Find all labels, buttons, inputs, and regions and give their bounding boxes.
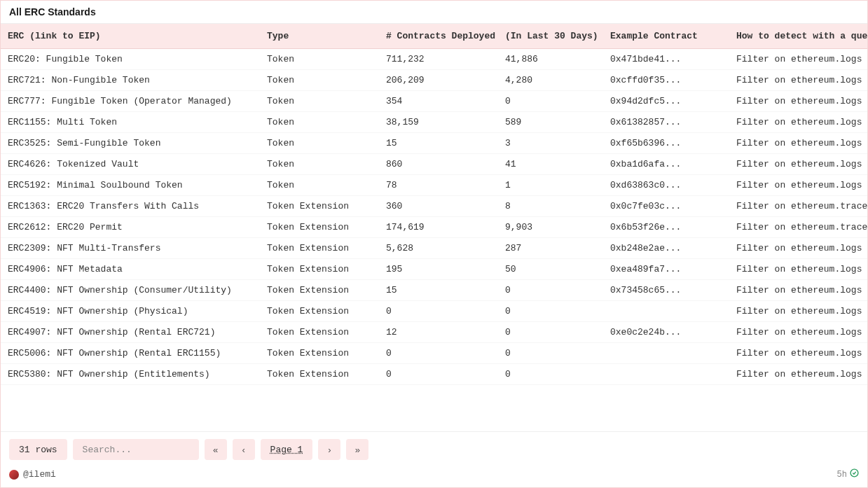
cell-deployed: 195 xyxy=(379,259,498,280)
cell-type: Token Extension xyxy=(260,280,379,301)
cell-last30: 9,903 xyxy=(498,217,603,238)
table-row[interactable]: ERC721: Non-Fungible TokenToken206,2094,… xyxy=(1,70,867,91)
cell-erc[interactable]: ERC5192: Minimal Soulbound Token xyxy=(1,175,260,196)
cell-erc[interactable]: ERC4519: NFT Ownership (Physical) xyxy=(1,301,260,322)
table-row[interactable]: ERC1363: ERC20 Transfers With CallsToken… xyxy=(1,196,867,217)
first-page-button[interactable]: « xyxy=(205,439,227,460)
cell-detect: Filter on ethereum.logs t xyxy=(729,280,867,301)
cell-erc[interactable]: ERC1363: ERC20 Transfers With Calls xyxy=(1,196,260,217)
cell-deployed: 5,628 xyxy=(379,238,498,259)
cell-example[interactable]: 0xba1d6afa... xyxy=(603,154,729,175)
cell-type: Token xyxy=(260,70,379,91)
cell-detect: Filter on ethereum.logs t xyxy=(729,91,867,112)
cell-last30: 0 xyxy=(498,301,603,322)
cell-type: Token Extension xyxy=(260,238,379,259)
col-header-example[interactable]: Example Contract xyxy=(603,24,729,49)
table-row[interactable]: ERC5006: NFT Ownership (Rental ERC1155)T… xyxy=(1,343,867,364)
cell-detect: Filter on ethereum.logs t xyxy=(729,301,867,322)
cell-erc[interactable]: ERC777: Fungible Token (Operator Managed… xyxy=(1,91,260,112)
cell-type: Token Extension xyxy=(260,259,379,280)
cell-erc[interactable]: ERC5380: NFT Ownership (Entitlements) xyxy=(1,364,260,385)
cell-detect: Filter on ethereum.logs t xyxy=(729,322,867,343)
cell-example[interactable]: 0xe0c2e24b... xyxy=(603,322,729,343)
chevron-left-icon: ‹ xyxy=(242,445,244,455)
table-row[interactable]: ERC4519: NFT Ownership (Physical)Token E… xyxy=(1,301,867,322)
author-attribution[interactable]: @ilemi xyxy=(9,469,56,480)
avatar xyxy=(9,470,19,480)
cell-erc[interactable]: ERC2309: NFT Multi-Transfers xyxy=(1,238,260,259)
table-row[interactable]: ERC1155: Multi TokenToken38,1595890x6138… xyxy=(1,112,867,133)
cell-type: Token xyxy=(260,133,379,154)
cell-example[interactable]: 0x73458c65... xyxy=(603,280,729,301)
col-header-last30[interactable]: (In Last 30 Days) xyxy=(498,24,603,49)
search-container xyxy=(73,439,199,460)
cell-example[interactable]: 0xea489fa7... xyxy=(603,259,729,280)
cell-last30: 0 xyxy=(498,364,603,385)
cell-detect: Filter on ethereum.logs t xyxy=(729,133,867,154)
check-circle-icon xyxy=(850,468,859,480)
cell-detect: Filter on ethereum.logs t xyxy=(729,49,867,70)
table-row[interactable]: ERC4906: NFT MetadataToken Extension1955… xyxy=(1,259,867,280)
cell-example[interactable]: 0x94d2dfc5... xyxy=(603,91,729,112)
table-row[interactable]: ERC2612: ERC20 PermitToken Extension174,… xyxy=(1,217,867,238)
table-row[interactable]: ERC777: Fungible Token (Operator Managed… xyxy=(1,91,867,112)
cell-example[interactable]: 0x471bde41... xyxy=(603,49,729,70)
table-row[interactable]: ERC4400: NFT Ownership (Consumer/Utility… xyxy=(1,280,867,301)
table-row[interactable]: ERC4907: NFT Ownership (Rental ERC721)To… xyxy=(1,322,867,343)
cell-example[interactable]: 0x0c7fe03c... xyxy=(603,196,729,217)
cell-example[interactable]: 0xcffd0f35... xyxy=(603,70,729,91)
cell-erc[interactable]: ERC2612: ERC20 Permit xyxy=(1,217,260,238)
cell-detect: Filter on ethereum.logs t xyxy=(729,112,867,133)
col-header-erc[interactable]: ERC (link to EIP) xyxy=(1,24,260,49)
cell-erc[interactable]: ERC4626: Tokenized Vault xyxy=(1,154,260,175)
table-row[interactable]: ERC5380: NFT Ownership (Entitlements)Tok… xyxy=(1,364,867,385)
cell-detect: Filter on ethereum.traces xyxy=(729,217,867,238)
table-row[interactable]: ERC3525: Semi-Fungible TokenToken1530xf6… xyxy=(1,133,867,154)
last-page-button[interactable]: » xyxy=(346,439,368,460)
cell-last30: 8 xyxy=(498,196,603,217)
cell-erc[interactable]: ERC721: Non-Fungible Token xyxy=(1,70,260,91)
cell-erc[interactable]: ERC4907: NFT Ownership (Rental ERC721) xyxy=(1,322,260,343)
cell-last30: 287 xyxy=(498,238,603,259)
col-header-detect[interactable]: How to detect with a query xyxy=(729,24,867,49)
col-header-deployed[interactable]: # Contracts Deployed xyxy=(379,24,498,49)
cell-example[interactable]: 0x61382857... xyxy=(603,112,729,133)
cell-erc[interactable]: ERC4400: NFT Ownership (Consumer/Utility… xyxy=(1,280,260,301)
table-scroll-region[interactable]: ERC (link to EIP) Type # Contracts Deplo… xyxy=(1,23,867,431)
cell-last30: 1 xyxy=(498,175,603,196)
cell-erc[interactable]: ERC20: Fungible Token xyxy=(1,49,260,70)
cell-example[interactable]: 0x6b53f26e... xyxy=(603,217,729,238)
cell-type: Token xyxy=(260,49,379,70)
attribution-row: @ilemi 5h xyxy=(9,467,859,480)
cell-type: Token xyxy=(260,91,379,112)
cell-detect: Filter on ethereum.traces xyxy=(729,196,867,217)
cell-erc[interactable]: ERC4906: NFT Metadata xyxy=(1,259,260,280)
table-row[interactable]: ERC2309: NFT Multi-TransfersToken Extens… xyxy=(1,238,867,259)
cell-type: Token Extension xyxy=(260,217,379,238)
table-row[interactable]: ERC4626: Tokenized VaultToken860410xba1d… xyxy=(1,154,867,175)
cell-erc[interactable]: ERC3525: Semi-Fungible Token xyxy=(1,133,260,154)
cell-last30: 50 xyxy=(498,259,603,280)
search-input[interactable] xyxy=(83,445,189,455)
cell-example[interactable]: 0xf65b6396... xyxy=(603,133,729,154)
table-row[interactable]: ERC20: Fungible TokenToken711,23241,8860… xyxy=(1,49,867,70)
col-header-type[interactable]: Type xyxy=(260,24,379,49)
cell-deployed: 78 xyxy=(379,175,498,196)
cell-deployed: 860 xyxy=(379,154,498,175)
cell-last30: 0 xyxy=(498,343,603,364)
chevron-double-left-icon: « xyxy=(213,445,218,455)
page-label[interactable]: Page 1 xyxy=(261,439,313,460)
cell-example[interactable]: 0xb248e2ae... xyxy=(603,238,729,259)
table-row[interactable]: ERC5192: Minimal Soulbound TokenToken781… xyxy=(1,175,867,196)
cell-type: Token xyxy=(260,112,379,133)
cell-last30: 41,886 xyxy=(498,49,603,70)
next-page-button[interactable]: › xyxy=(318,439,340,460)
cell-erc[interactable]: ERC1155: Multi Token xyxy=(1,112,260,133)
author-handle: @ilemi xyxy=(23,469,56,480)
cell-deployed: 12 xyxy=(379,322,498,343)
cell-example[interactable]: 0xd63863c0... xyxy=(603,175,729,196)
prev-page-button[interactable]: ‹ xyxy=(233,439,255,460)
cell-last30: 0 xyxy=(498,91,603,112)
cell-last30: 0 xyxy=(498,322,603,343)
cell-erc[interactable]: ERC5006: NFT Ownership (Rental ERC1155) xyxy=(1,343,260,364)
